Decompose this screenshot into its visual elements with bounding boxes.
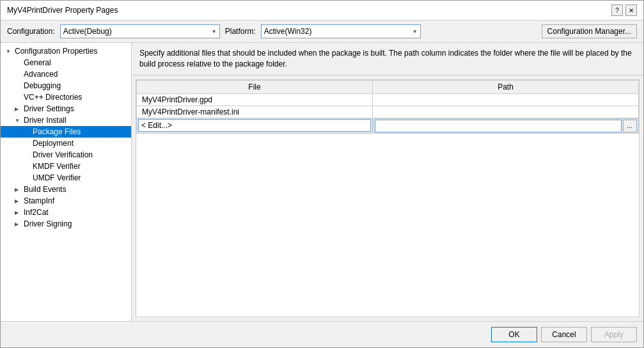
sidebar-item-label-advanced: Advanced xyxy=(24,70,58,79)
sidebar-item-label-debugging: Debugging xyxy=(24,81,61,90)
browse-button[interactable]: ... xyxy=(623,120,637,132)
config-value: Active(Debug) xyxy=(63,27,112,36)
file-table-container: File Path MyV4PrintDriver.gpdMyV4PrintDr… xyxy=(136,79,640,317)
col-file-header: File xyxy=(137,80,373,93)
config-label: Configuration: xyxy=(7,27,55,36)
config-row: Configuration: Active(Debug) ▼ Platform:… xyxy=(1,20,643,43)
help-button[interactable]: ? xyxy=(611,4,623,16)
expand-icon-build-events: ▶ xyxy=(15,187,24,193)
sidebar-item-label-build-events: Build Events xyxy=(24,185,67,194)
sidebar-item-inf2cat[interactable]: ▶Inf2Cat xyxy=(1,207,131,218)
sidebar-item-stampinf[interactable]: ▶StampInf xyxy=(1,195,131,207)
sidebar-item-kmdf-verifier[interactable]: KMDF Verifier xyxy=(1,161,131,172)
ok-button[interactable]: OK xyxy=(491,327,537,342)
cancel-button[interactable]: Cancel xyxy=(541,327,587,342)
config-manager-button[interactable]: Configuration Manager... xyxy=(542,24,637,38)
platform-value: Active(Win32) xyxy=(264,27,312,36)
sidebar-item-label-umdf-verifier: UMDF Verifier xyxy=(33,173,81,182)
path-cell xyxy=(373,93,639,106)
sidebar-item-label-driver-settings: Driver Settings xyxy=(24,104,74,113)
expand-icon-stampinf: ▶ xyxy=(15,198,24,204)
sidebar-item-label-deployment: Deployment xyxy=(33,139,74,148)
expand-icon-driver-install: ▼ xyxy=(15,118,24,123)
config-dropdown-arrow: ▼ xyxy=(212,29,217,35)
title-bar: MyV4PrintDriver Property Pages ? ✕ xyxy=(1,1,643,20)
platform-dropdown-arrow: ▼ xyxy=(412,29,418,35)
close-button[interactable]: ✕ xyxy=(625,4,637,16)
sidebar-item-label-driver-install: Driver Install xyxy=(24,116,67,125)
sidebar-item-driver-verification[interactable]: Driver Verification xyxy=(1,149,131,161)
sidebar-item-debugging[interactable]: Debugging xyxy=(1,80,131,91)
sidebar-item-deployment[interactable]: Deployment xyxy=(1,138,131,149)
file-table: File Path MyV4PrintDriver.gpdMyV4PrintDr… xyxy=(136,80,639,134)
sidebar-item-label-package-files: Package Files xyxy=(33,127,81,136)
description-text: Specify additional files that should be … xyxy=(139,49,632,68)
title-bar-buttons: ? ✕ xyxy=(611,4,637,16)
file-cell: MyV4PrintDriver.gpd xyxy=(137,93,373,106)
sidebar: ▼Configuration PropertiesGeneralAdvanced… xyxy=(1,43,132,321)
expand-icon-driver-signing: ▶ xyxy=(15,221,24,227)
sidebar-item-advanced[interactable]: Advanced xyxy=(1,68,131,80)
col-path-header: Path xyxy=(373,80,639,93)
main-content: ▼Configuration PropertiesGeneralAdvanced… xyxy=(1,43,643,321)
apply-button[interactable]: Apply xyxy=(591,327,637,342)
edit-row: ... xyxy=(137,118,639,134)
platform-dropdown[interactable]: Active(Win32) ▼ xyxy=(261,24,421,38)
window-title: MyV4PrintDriver Property Pages xyxy=(7,6,118,15)
table-row[interactable]: MyV4PrintDriver.gpd xyxy=(137,93,639,106)
path-cell xyxy=(373,106,639,118)
sidebar-item-label-stampinf: StampInf xyxy=(24,196,54,205)
edit-path-cell: ... xyxy=(373,118,638,134)
sidebar-item-label-config-props: Configuration Properties xyxy=(15,47,97,56)
platform-label: Platform: xyxy=(225,27,256,36)
edit-file-input[interactable] xyxy=(138,119,371,132)
sidebar-item-vcpp-dirs[interactable]: VC++ Directories xyxy=(1,91,131,103)
sidebar-item-label-inf2cat: Inf2Cat xyxy=(24,208,49,217)
expand-icon-config-props: ▼ xyxy=(6,49,15,54)
content-area: Specify additional files that should be … xyxy=(132,43,643,321)
table-row[interactable]: MyV4PrintDriver-manifest.ini xyxy=(137,106,639,118)
sidebar-item-config-props[interactable]: ▼Configuration Properties xyxy=(1,45,131,57)
sidebar-item-driver-signing[interactable]: ▶Driver Signing xyxy=(1,218,131,230)
expand-icon-driver-settings: ▶ xyxy=(15,106,24,112)
config-dropdown[interactable]: Active(Debug) ▼ xyxy=(60,24,220,38)
file-cell: MyV4PrintDriver-manifest.ini xyxy=(137,106,373,118)
edit-path-input[interactable] xyxy=(375,120,621,132)
sidebar-item-driver-install[interactable]: ▼Driver Install xyxy=(1,115,131,126)
edit-file-cell xyxy=(137,118,373,134)
dialog-window: MyV4PrintDriver Property Pages ? ✕ Confi… xyxy=(0,0,644,348)
sidebar-item-general[interactable]: General xyxy=(1,57,131,68)
sidebar-item-package-files[interactable]: Package Files xyxy=(1,126,131,138)
sidebar-item-driver-settings[interactable]: ▶Driver Settings xyxy=(1,103,131,115)
sidebar-item-label-general: General xyxy=(24,58,51,67)
bottom-buttons: OK Cancel Apply xyxy=(1,321,643,347)
sidebar-item-label-kmdf-verifier: KMDF Verifier xyxy=(33,162,81,171)
description-area: Specify additional files that should be … xyxy=(132,43,643,75)
sidebar-item-label-vcpp-dirs: VC++ Directories xyxy=(24,93,82,102)
sidebar-item-umdf-verifier[interactable]: UMDF Verifier xyxy=(1,172,131,184)
expand-icon-inf2cat: ▶ xyxy=(15,210,24,216)
sidebar-item-build-events[interactable]: ▶Build Events xyxy=(1,184,131,195)
sidebar-item-label-driver-signing: Driver Signing xyxy=(24,219,72,228)
sidebar-item-label-driver-verification: Driver Verification xyxy=(33,150,93,159)
